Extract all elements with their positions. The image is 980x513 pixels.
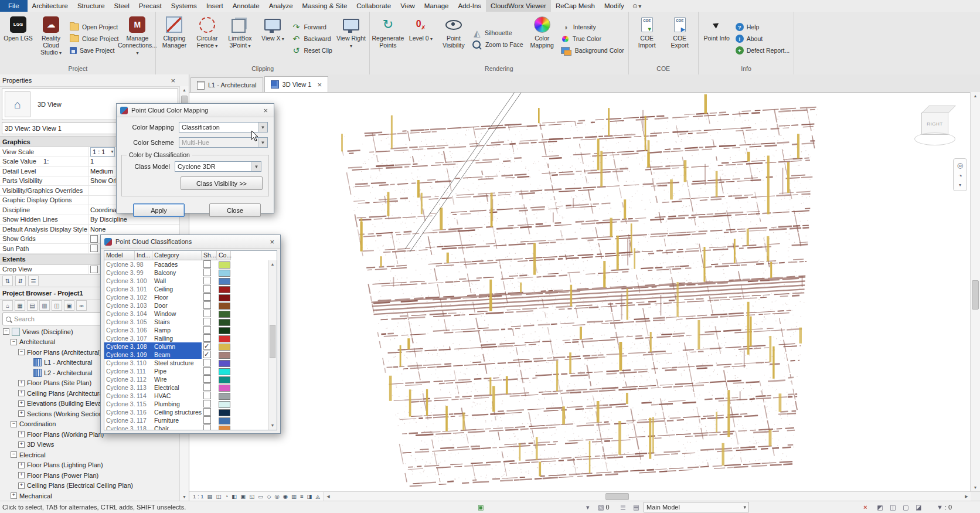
show-checkbox[interactable] <box>203 269 211 276</box>
select-link-icon[interactable]: ◫ <box>890 501 896 513</box>
classification-row-door[interactable]: Cyclone 3...103Door <box>104 301 268 310</box>
select-by-face-icon[interactable]: ◪ <box>916 501 921 513</box>
tree-item-floor-plans-lighting-plan[interactable]: +Floor Plans (Lighting Plan) <box>0 460 180 471</box>
tab-l1-architectural[interactable]: L1 - Architectural <box>190 77 263 92</box>
property-value[interactable]: None <box>89 225 180 234</box>
show-checkbox[interactable] <box>203 301 211 309</box>
vertical-scrollbar[interactable]: ▲ ▼ <box>970 92 980 492</box>
color-swatch[interactable] <box>219 327 230 334</box>
color-swatch[interactable] <box>219 319 230 326</box>
properties-close-icon[interactable]: × <box>168 76 178 85</box>
color-mapping-button[interactable]: Color Mapping <box>526 13 559 50</box>
scroll-thumb[interactable] <box>270 325 275 358</box>
menu-tab-massing-site[interactable]: Massing & Site <box>298 0 352 12</box>
defect-report-button[interactable]: +Defect Report... <box>736 46 790 56</box>
active-workset-icon[interactable]: ▧0 <box>598 501 610 513</box>
home-icon[interactable]: ⌂ <box>2 300 13 311</box>
classification-row-ramp[interactable]: Cyclone 3...106Ramp <box>104 326 268 334</box>
collapse-icon[interactable]: − <box>11 421 17 427</box>
show-checkbox[interactable] <box>203 326 211 334</box>
point-cloud-view[interactable] <box>189 93 971 492</box>
expand-icon[interactable]: + <box>18 400 25 407</box>
classification-row-column[interactable]: Cyclone 3...108Column <box>104 342 268 351</box>
reset-clip-button[interactable]: ↺Reset Clip <box>291 46 332 56</box>
show-checkbox[interactable] <box>203 293 211 301</box>
list-icon[interactable]: ☰ <box>28 276 39 286</box>
dialog-titlebar[interactable]: Point Cloud Color Mapping × <box>117 104 274 117</box>
scroll-thumb[interactable] <box>605 493 629 500</box>
view-control-crop-view[interactable]: ◱ <box>249 494 254 500</box>
classification-row-window[interactable]: Cyclone 3...104Window <box>104 310 268 318</box>
expand-icon[interactable]: + <box>18 380 25 386</box>
intensity-button[interactable]: ◑Intensity <box>561 22 624 32</box>
show-checkbox[interactable] <box>203 400 211 407</box>
color-swatch[interactable] <box>219 409 230 416</box>
show-checkbox[interactable] <box>203 416 211 424</box>
level-0-button[interactable]: 0✗ Level 0 <box>404 13 437 43</box>
classification-row-facades[interactable]: Cyclone 3...98Facades <box>104 260 268 269</box>
viewcube[interactable]: RIGHT <box>912 104 957 145</box>
show-checkbox[interactable] <box>203 334 211 342</box>
apply-button[interactable]: Apply <box>133 203 185 217</box>
expand-icon[interactable]: + <box>18 390 25 396</box>
show-checkbox[interactable] <box>203 424 211 430</box>
color-swatch[interactable] <box>219 417 230 424</box>
show-checkbox[interactable] <box>203 342 211 350</box>
scroll-down-icon[interactable]: ▼ <box>971 484 980 492</box>
view-control-visual-style[interactable]: ◫ <box>216 494 221 500</box>
chevron-down-icon[interactable]: ▾ <box>959 183 961 188</box>
select-pinned-icon[interactable]: ▢ <box>903 501 908 513</box>
limitbox-3point-button[interactable]: LimitBox 3Point <box>223 13 256 50</box>
scroll-down-icon[interactable]: ▼ <box>180 493 189 501</box>
expand-icon[interactable]: + <box>18 410 25 417</box>
view-control-displace-elements[interactable]: ◬ <box>316 494 320 500</box>
coe-import-button[interactable]: COE▼ COE Import <box>631 13 663 50</box>
groups-icon[interactable]: ▣ <box>64 300 74 311</box>
view-right-button[interactable]: View Right <box>335 13 368 50</box>
sort-icon[interactable]: ⇅ <box>2 276 13 286</box>
scroll-up-icon[interactable]: ▲ <box>268 260 277 269</box>
show-checkbox[interactable] <box>203 383 211 391</box>
classification-row-stairs[interactable]: Cyclone 3...105Stairs <box>104 318 268 326</box>
view-control-show-rendering-dialog[interactable]: ▣ <box>240 494 246 500</box>
color-swatch[interactable] <box>219 261 230 269</box>
classification-row-ceiling-structures[interactable]: Cyclone 3...116Ceiling structures <box>104 408 268 416</box>
view-control-temporary-hide-isolate[interactable]: ◎ <box>274 494 279 500</box>
views-grid-icon[interactable]: ▦ <box>15 300 25 311</box>
classification-row-chair[interactable]: Cyclone 3...118Chair <box>104 424 268 430</box>
view-control-worksharing-display[interactable]: ◨ <box>307 494 312 500</box>
collapse-icon[interactable]: − <box>11 451 17 458</box>
column-header-category[interactable]: Category <box>152 251 202 260</box>
tree-item-ceiling-plans-electrical-ceiling-plan[interactable]: +Ceiling Plans (Electrical Ceiling Plan) <box>0 481 180 491</box>
color-swatch[interactable] <box>219 270 230 277</box>
status-chevron-icon[interactable]: ▾ <box>586 501 590 513</box>
monitor-icon[interactable]: ▤ <box>633 501 639 513</box>
reality-cloud-studio-button[interactable]: ☁ Reality Cloud Studio <box>35 13 67 57</box>
sheets-icon[interactable]: ▤ <box>27 300 38 311</box>
horizontal-scrollbar[interactable]: ◀ ▶ <box>324 492 971 501</box>
dialog-titlebar[interactable]: Point Cloud Classifications × <box>101 235 280 249</box>
families-icon[interactable]: ◫ <box>52 300 62 311</box>
menu-tab-insert[interactable]: Insert <box>202 0 228 12</box>
expand-icon[interactable]: + <box>11 492 17 499</box>
expand-icon[interactable]: + <box>18 462 25 468</box>
help-button[interactable]: ?Help <box>736 22 790 32</box>
viewcube-compass-ring[interactable] <box>914 133 955 145</box>
show-checkbox[interactable] <box>203 318 211 325</box>
expand-icon[interactable]: + <box>18 472 25 478</box>
collapse-icon[interactable]: − <box>11 339 17 345</box>
view-control-temporary-view-properties[interactable]: ▥ <box>291 494 297 500</box>
clipping-manager-button[interactable]: Clipping Manager <box>158 13 190 50</box>
classification-row-balcony[interactable]: Cyclone 3...99Balcony <box>104 269 268 277</box>
zoom-tool-icon[interactable]: ◔ <box>958 172 962 179</box>
view-control-shadows[interactable]: ◧ <box>232 494 237 500</box>
show-checkbox[interactable] <box>203 260 211 268</box>
value-combo[interactable]: 1 : 1 <box>90 147 115 157</box>
color-swatch[interactable] <box>219 352 230 359</box>
scroll-up-icon[interactable]: ▲ <box>971 92 980 100</box>
worksharing-status-icon[interactable]: ▣ <box>478 501 484 513</box>
column-header-sh[interactable]: Sh... <box>202 251 217 260</box>
menu-tab-recap-mesh[interactable]: ReCap Mesh <box>551 0 600 12</box>
checkbox[interactable] <box>90 266 98 273</box>
design-option-combo[interactable]: Main Model▾ <box>644 501 749 513</box>
